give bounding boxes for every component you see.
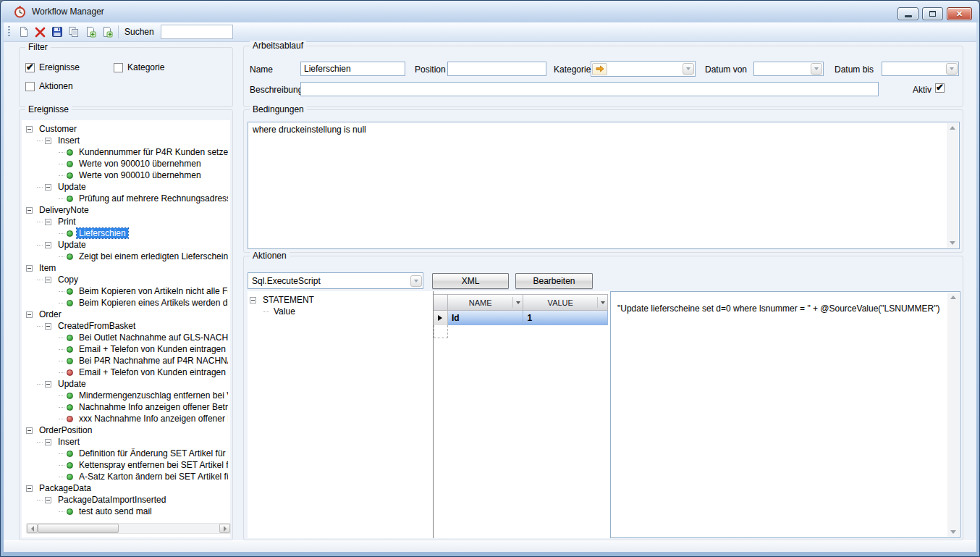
- grid-cell-value[interactable]: 1: [523, 311, 608, 325]
- tree-item[interactable]: OrderPosition: [24, 424, 228, 436]
- tree-item[interactable]: Bei Outlet Nachnahme auf GLS-NACHNAHM: [24, 332, 228, 343]
- tree-item[interactable]: test auto send mail: [24, 506, 228, 517]
- tree-item[interactable]: Email + Telefon von Kunden eintragen bei…: [24, 343, 228, 355]
- tree-item[interactable]: Insert: [24, 436, 228, 448]
- titlebar[interactable]: Workflow Manager ✕: [1, 1, 979, 22]
- collapse-toggle-icon[interactable]: [45, 381, 51, 388]
- kategorie-checkbox[interactable]: ✔: [114, 63, 123, 72]
- bearbeiten-button[interactable]: Bearbeiten: [515, 273, 593, 289]
- import-file-icon[interactable]: [98, 24, 115, 41]
- datum-bis-dropdown-button[interactable]: [946, 63, 958, 75]
- collapse-toggle-icon[interactable]: [45, 184, 51, 190]
- kategorie-lookup-button[interactable]: [592, 63, 607, 75]
- scrollbar-thumb[interactable]: [38, 524, 119, 533]
- tree-item[interactable]: Order: [24, 309, 228, 320]
- tree-item[interactable]: Werte von 900010 übernehmen: [24, 169, 228, 181]
- minimize-button[interactable]: [897, 7, 918, 20]
- tree-item[interactable]: Werte von 900010 übernehmen: [24, 158, 228, 169]
- filter-aktionen-row[interactable]: ✔ Aktionen: [25, 81, 73, 91]
- tree-item[interactable]: Prüfung auf mehrere Rechnungsadressen: [24, 193, 228, 204]
- tree-horizontal-scrollbar[interactable]: [26, 523, 231, 534]
- datum-von-dropdown-button[interactable]: [811, 63, 822, 75]
- collapse-toggle-icon[interactable]: [45, 219, 51, 225]
- scroll-left-button[interactable]: [27, 524, 38, 533]
- search-input[interactable]: [161, 25, 233, 39]
- tree-item[interactable]: Copy: [24, 274, 228, 285]
- kategorie-combo[interactable]: [591, 61, 696, 77]
- tree-item[interactable]: Definition für Änderung SET Artikel für …: [24, 448, 228, 459]
- script-scrollbar[interactable]: [947, 293, 959, 537]
- close-button[interactable]: ✕: [947, 7, 972, 20]
- position-input[interactable]: [447, 62, 546, 76]
- tree-item[interactable]: Nachnahme Info anzeigen offener Betrag a…: [24, 401, 228, 413]
- tree-item[interactable]: Update: [24, 239, 228, 251]
- tree-item[interactable]: Kettenspray entfernen bei SET Artikel fü…: [24, 459, 228, 471]
- tree-item[interactable]: Insert: [24, 135, 228, 146]
- datum-bis-combo[interactable]: [882, 62, 959, 76]
- tree-item[interactable]: DeliveryNote: [24, 204, 228, 216]
- collapse-toggle-icon[interactable]: [45, 497, 51, 503]
- tree-item[interactable]: Customer: [24, 123, 228, 135]
- action-type-dropdown-button[interactable]: [410, 275, 422, 287]
- tree-item[interactable]: CreatedFromBasket: [24, 320, 228, 332]
- conditions-textarea[interactable]: where druckeinstellung is null: [248, 122, 960, 249]
- tree-item[interactable]: Bei P4R Nachnahme auf P4R NACHNAHME u: [24, 355, 228, 367]
- collapse-toggle-icon[interactable]: [26, 311, 33, 318]
- tree-item[interactable]: Beim Kopieren von Artikeln nicht alle Fe…: [24, 285, 228, 297]
- tree-item[interactable]: Mindermengenzuschlag entfernen bei Versa: [24, 390, 228, 401]
- save-icon[interactable]: [48, 24, 65, 41]
- tree-item[interactable]: Kundennummer für P4R Kunden setzen: [24, 146, 228, 158]
- tree-item[interactable]: Update: [24, 378, 228, 390]
- copy-icon[interactable]: [65, 24, 82, 41]
- collapse-toggle-icon[interactable]: [26, 207, 33, 214]
- search-button[interactable]: Suchen: [124, 27, 154, 37]
- tree-item[interactable]: A-Satz Karton ändern bei SET Artikel für…: [24, 471, 228, 482]
- column-filter-button[interactable]: [597, 297, 607, 308]
- new-row-indicator[interactable]: [434, 325, 448, 338]
- collapse-toggle-icon[interactable]: [250, 297, 256, 303]
- grid-row[interactable]: Id 1: [434, 311, 608, 325]
- collapse-toggle-icon[interactable]: [45, 138, 51, 144]
- tree-item[interactable]: PackageDataImportInserted: [24, 494, 228, 506]
- collapse-toggle-icon[interactable]: [45, 439, 51, 445]
- grid-cell-name[interactable]: Id: [448, 311, 524, 325]
- tree-item[interactable]: Item: [24, 262, 228, 274]
- value-node[interactable]: Value: [248, 306, 428, 317]
- collapse-toggle-icon[interactable]: [26, 427, 33, 434]
- filter-ereignisse-row[interactable]: ✔ Ereignisse: [25, 62, 80, 72]
- tree-item[interactable]: Beim Kopieren eines Artikels werden die …: [24, 297, 228, 309]
- collapse-toggle-icon[interactable]: [45, 323, 51, 330]
- collapse-toggle-icon[interactable]: [26, 265, 33, 272]
- beschreibung-input[interactable]: [300, 82, 879, 96]
- aktiv-checkbox[interactable]: ✔: [935, 83, 945, 93]
- maximize-button[interactable]: [922, 7, 943, 20]
- scroll-right-button[interactable]: [219, 524, 230, 533]
- action-type-combo[interactable]: Sql.ExecuteScript: [248, 272, 423, 289]
- tree-item[interactable]: Lieferschien: [24, 227, 228, 239]
- kategorie-dropdown-button[interactable]: [683, 63, 694, 75]
- column-header-value[interactable]: VALUE: [523, 294, 608, 311]
- tree-item[interactable]: Update: [24, 181, 228, 193]
- conditions-scrollbar[interactable]: [947, 123, 958, 248]
- tree-item[interactable]: Print: [24, 216, 228, 227]
- new-document-icon[interactable]: [15, 24, 32, 41]
- statement-node[interactable]: STATEMENT: [248, 294, 428, 306]
- name-input[interactable]: [300, 62, 405, 76]
- column-header-name[interactable]: NAME: [448, 294, 524, 311]
- collapse-toggle-icon[interactable]: [26, 485, 33, 492]
- delete-icon[interactable]: [32, 24, 48, 41]
- script-textarea[interactable]: "Update lieferscheine set d=0 where lsnu…: [610, 291, 960, 538]
- tree-item[interactable]: xxx Nachnahme Info anzeigen offener Betr…: [24, 413, 228, 424]
- ereignisse-checkbox[interactable]: ✔: [25, 63, 35, 72]
- collapse-toggle-icon[interactable]: [45, 277, 51, 283]
- collapse-toggle-icon[interactable]: [45, 242, 51, 248]
- filter-kategorie-row[interactable]: ✔ Kategorie: [114, 62, 164, 72]
- aktionen-checkbox[interactable]: ✔: [25, 82, 35, 91]
- tree-item[interactable]: PackageData: [24, 482, 228, 494]
- tree-item[interactable]: Zeigt bei einem erledigten Lieferschein …: [24, 251, 228, 262]
- export-file-icon[interactable]: [82, 24, 98, 41]
- datum-von-combo[interactable]: [753, 62, 824, 76]
- collapse-toggle-icon[interactable]: [26, 126, 33, 133]
- toolbar-grip-icon[interactable]: [8, 26, 10, 38]
- tree-item[interactable]: Email + Telefon von Kunden eintragen bei…: [24, 367, 228, 378]
